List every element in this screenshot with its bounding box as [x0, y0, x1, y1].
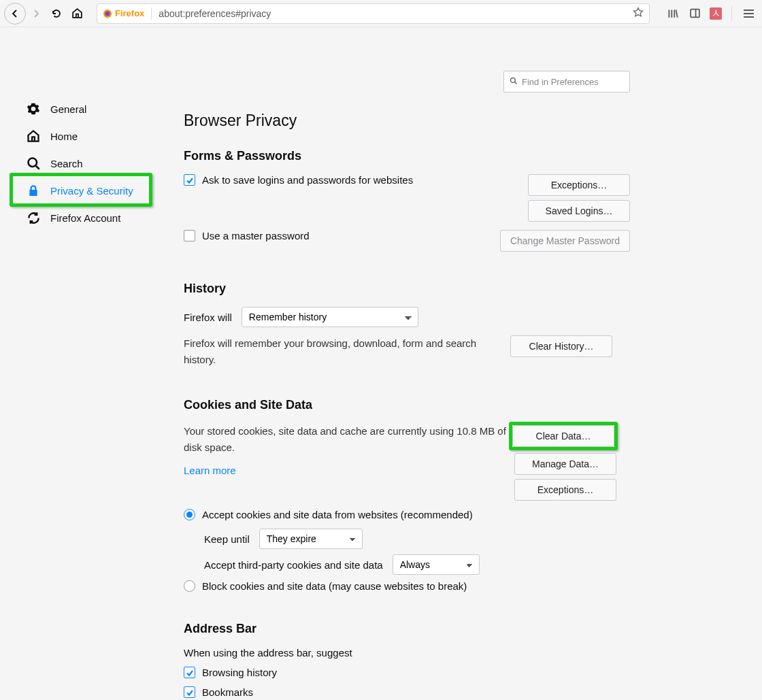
label-firefox-will: Firefox will	[184, 312, 232, 323]
reload-button[interactable]	[46, 3, 67, 24]
search-icon	[26, 156, 41, 170]
url-bar[interactable]: Firefox about:preferences#privacy	[97, 3, 650, 24]
home-button[interactable]	[67, 3, 87, 24]
saved-logins-button[interactable]: Saved Logins…	[528, 200, 630, 222]
preferences-sidebar: General Home Search Privacy & Security	[0, 27, 169, 700]
cookies-usage-text: Your stored cookies, site data and cache…	[184, 423, 510, 456]
checkbox-master-password[interactable]	[184, 230, 195, 241]
label-third-party: Accept third-party cookies and site data	[204, 559, 383, 571]
toolbar-separator	[731, 6, 732, 21]
clear-history-button[interactable]: Clear History…	[510, 335, 612, 357]
history-mode-select[interactable]: Remember history	[242, 307, 418, 327]
exceptions-button[interactable]: Exceptions…	[528, 174, 630, 196]
find-in-preferences[interactable]: Find in Preferences	[503, 71, 630, 93]
cookies-exceptions-button[interactable]: Exceptions…	[514, 479, 616, 501]
browser-toolbar: Firefox about:preferences#privacy 人	[0, 0, 762, 27]
sidebar-item-label: Home	[50, 131, 78, 142]
third-party-select[interactable]: Always	[393, 554, 480, 575]
sidebar-item-home[interactable]: Home	[26, 122, 169, 150]
sidebar-icon[interactable]	[688, 7, 701, 20]
section-cookies: Cookies and Site Data Your stored cookie…	[184, 398, 630, 592]
label-bookmarks: Bookmarks	[202, 686, 253, 698]
pdf-icon[interactable]: 人	[710, 7, 722, 20]
label-accept-cookies: Accept cookies and site data from websit…	[202, 509, 473, 520]
sync-icon	[26, 212, 41, 224]
label-keep-until: Keep until	[204, 533, 250, 545]
address-intro: When using the address bar, suggest	[184, 647, 630, 659]
radio-block-cookies[interactable]	[184, 580, 195, 592]
sidebar-item-search[interactable]: Search	[26, 150, 169, 177]
preferences-main: Find in Preferences Browser Privacy Form…	[169, 27, 645, 700]
sidebar-item-label: Firefox Account	[50, 212, 120, 224]
label-block-cookies: Block cookies and site data (may cause w…	[202, 580, 467, 592]
find-placeholder: Find in Preferences	[522, 77, 599, 87]
label-master-password: Use a master password	[202, 230, 310, 241]
bookmark-star-icon[interactable]	[633, 7, 644, 20]
section-heading: History	[184, 282, 630, 296]
forward-button[interactable]	[26, 3, 46, 24]
arrow-left-icon	[10, 8, 20, 19]
firefox-icon	[103, 9, 112, 18]
svg-point-5	[511, 78, 516, 82]
library-icon[interactable]	[666, 7, 680, 20]
learn-more-link[interactable]: Learn more	[184, 463, 236, 479]
home-icon	[71, 7, 83, 19]
section-address-bar: Address Bar When using the address bar, …	[184, 622, 630, 700]
hamburger-icon	[744, 10, 754, 18]
svg-point-1	[105, 11, 110, 16]
menu-button[interactable]	[742, 7, 755, 20]
page-title: Browser Privacy	[184, 112, 630, 130]
lock-icon	[26, 184, 41, 197]
change-master-password-button: Change Master Password	[500, 230, 630, 252]
label-ask-save-logins: Ask to save logins and passwords for web…	[202, 174, 413, 186]
clear-data-button[interactable]: Clear Data…	[512, 425, 614, 447]
sidebar-item-account[interactable]: Firefox Account	[26, 204, 169, 231]
section-history: History Firefox will Remember history Fi…	[184, 282, 630, 368]
manage-data-button[interactable]: Manage Data…	[514, 453, 616, 475]
keep-until-select[interactable]: They expire	[259, 529, 363, 549]
sidebar-item-general[interactable]: General	[26, 95, 169, 122]
back-button[interactable]	[4, 3, 26, 24]
sidebar-item-label: Privacy & Security	[50, 185, 133, 197]
arrow-right-icon	[31, 8, 42, 19]
search-icon	[510, 77, 518, 87]
section-heading: Address Bar	[184, 622, 630, 636]
gear-icon	[26, 102, 41, 116]
history-description: Firefox will remember your browsing, dow…	[184, 335, 510, 368]
toolbar-right: 人	[659, 6, 758, 21]
radio-accept-cookies[interactable]	[184, 509, 195, 520]
checkbox-browsing-history[interactable]	[184, 667, 195, 678]
svg-rect-2	[691, 10, 699, 18]
checkbox-bookmarks[interactable]	[184, 686, 195, 698]
section-heading: Cookies and Site Data	[184, 398, 630, 412]
label-browsing-history: Browsing history	[202, 667, 277, 678]
identity-label: Firefox	[115, 8, 144, 18]
sidebar-item-label: General	[50, 103, 86, 115]
sidebar-item-label: Search	[50, 158, 83, 169]
sidebar-item-privacy[interactable]: Privacy & Security	[26, 177, 169, 204]
svg-point-3	[29, 159, 37, 167]
urlbar-separator	[151, 7, 152, 20]
url-text: about:preferences#privacy	[159, 8, 271, 19]
home-icon	[26, 129, 41, 143]
checkbox-ask-save-logins[interactable]	[184, 174, 195, 186]
section-heading: Forms & Passwords	[184, 149, 630, 163]
reload-icon	[51, 8, 62, 19]
section-forms-passwords: Forms & Passwords Ask to save logins and…	[184, 149, 630, 252]
